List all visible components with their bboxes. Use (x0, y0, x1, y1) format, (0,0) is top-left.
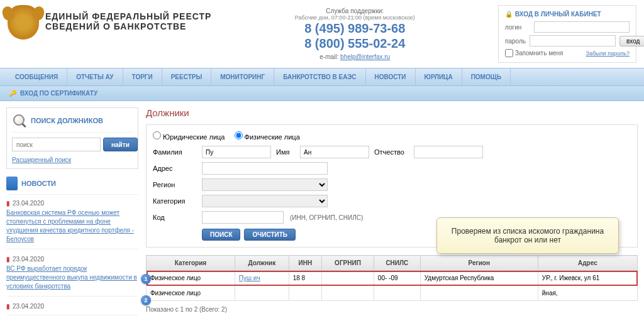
results-table: Категория Должник ИНН ОГРНИП СНИЛС Регио… (146, 255, 638, 301)
col-address[interactable]: Адрес (538, 256, 637, 271)
table-row: Физическое лицо Пуш ич 18 8 00- -09 Удму… (147, 271, 638, 286)
nav-news[interactable]: НОВОСТИ (366, 68, 416, 85)
login-box: 🔒 ВХОД В ЛИЧНЫЙ КАБИНЕТ логин пароль вхо… (498, 5, 636, 63)
cert-login-bar[interactable]: 🔑 ВХОД ПО СЕРТИФИКАТУ (0, 86, 644, 101)
code-label: Код (153, 214, 197, 221)
remember-label[interactable]: Запомнить меня (505, 49, 564, 57)
page-header: ЕДИНЫЙ ФЕДЕРАЛЬНЫЙ РЕЕСТР СВЕДЕНИЙ О БАН… (0, 0, 644, 68)
firstname-label: Имя (276, 148, 295, 156)
search-title: ПОИСК ДОЛЖНИКОВ (12, 113, 133, 133)
password-input[interactable] (530, 35, 616, 46)
site-title-2: СВЕДЕНИЙ О БАНКРОТСТВЕ (45, 21, 211, 31)
address-input[interactable] (202, 162, 328, 175)
site-title-1: ЕДИНЫЙ ФЕДЕРАЛЬНЫЙ РЕЕСТР (45, 11, 211, 21)
email-link[interactable]: bhelp@interfax.ru (340, 53, 390, 60)
row-badge-2: 2 (141, 295, 151, 305)
magnifier-icon (12, 113, 27, 128)
radio-person[interactable] (235, 131, 243, 139)
col-snils[interactable]: СНИЛС (374, 256, 420, 271)
news-item: ▮23.04.2020 ВС РФ выработает порядок пре… (6, 256, 138, 297)
search-button[interactable]: ПОИСК (202, 229, 240, 241)
lock-icon: 🔒 (505, 11, 513, 18)
logo-area: ЕДИНЫЙ ФЕДЕРАЛЬНЫЙ РЕЕСТР СВЕДЕНИЙ О БАН… (8, 5, 211, 63)
category-label: Категория (153, 197, 197, 205)
firstname-input[interactable] (300, 146, 369, 158)
address-label: Адрес (153, 165, 197, 172)
debtor-link[interactable]: Пуш ич (239, 275, 260, 281)
phone-2: 8 (800) 555-02-24 (211, 36, 498, 51)
region-label: Регион (153, 181, 197, 188)
col-inn[interactable]: ИНН (289, 256, 321, 271)
news-block: НОВОСТИ ▮23.04.2020 Банковская система Р… (6, 177, 138, 315)
nav-monitoring[interactable]: МОНИТОРИНГ (211, 68, 274, 85)
col-region[interactable]: Регион (420, 256, 538, 271)
annotation-callout: Проверяем из списка искомого гражданина … (436, 217, 619, 254)
page-title: Должники (146, 107, 638, 118)
row-badge-1: 1 (141, 274, 151, 284)
news-item: ▮23.04.2020 (6, 303, 138, 315)
table-row: Физическое лицо йная, (147, 286, 638, 301)
category-select[interactable] (202, 195, 328, 207)
code-hint: (ИНН, ОГРНИП, СНИЛС) (290, 214, 363, 221)
news-link[interactable]: ВС РФ выработает порядок преимущественно… (6, 264, 138, 291)
radio-legal[interactable] (153, 131, 161, 139)
news-title: НОВОСТИ (6, 177, 138, 195)
nav-eaeu[interactable]: БАНКРОТСТВО В ЕАЭС (274, 68, 365, 85)
support-label: Служба поддержки: (211, 8, 498, 14)
patronymic-label: Отчество (374, 148, 409, 156)
search-block: ПОИСК ДОЛЖНИКОВ найти Расширенный поиск (6, 107, 138, 169)
key-icon: 🔑 (9, 90, 16, 97)
phone-1: 8 (495) 989-73-68 (211, 21, 498, 36)
support-email: e-mail: bhelp@interfax.ru (211, 53, 498, 60)
forgot-password-link[interactable]: Забыли пароль? (586, 50, 630, 57)
login-input[interactable] (534, 21, 630, 33)
news-link[interactable]: Банковская система РФ осенью может столк… (6, 209, 138, 244)
nav-help[interactable]: ПОМОЩЬ (462, 68, 511, 85)
sidebar: ПОИСК ДОЛЖНИКОВ найти Расширенный поиск … (6, 107, 138, 316)
col-category[interactable]: Категория (147, 256, 235, 271)
col-ogrnip[interactable]: ОГРНИП (322, 256, 374, 271)
login-button[interactable]: вход (619, 36, 644, 46)
region-select[interactable] (202, 178, 328, 191)
nav-messages[interactable]: СООБЩЕНИЯ (6, 68, 67, 85)
pager-text: Показано с 1 по 2 (Всего: 2) (146, 306, 638, 313)
support-block: Служба поддержки: Рабочие дни, 07:00-21:… (211, 5, 498, 63)
content: ПОИСК ДОЛЖНИКОВ найти Расширенный поиск … (0, 101, 644, 316)
login-label: логин (505, 24, 530, 31)
clear-button[interactable]: ОЧИСТИТЬ (244, 229, 296, 241)
col-debtor[interactable]: Должник (235, 256, 289, 271)
nav-auctions[interactable]: ТОРГИ (123, 68, 162, 85)
remember-checkbox[interactable] (505, 49, 513, 57)
nav-legal[interactable]: ЮРЛИЦА (416, 68, 462, 85)
lastname-label: Фамилия (153, 148, 197, 156)
radio-legal-label[interactable]: Юридические лица (153, 133, 225, 141)
radio-person-label[interactable]: Физические лица (235, 133, 300, 141)
password-label: пароль (505, 38, 526, 45)
main-nav: СООБЩЕНИЯ ОТЧЕТЫ АУ ТОРГИ РЕЕСТРЫ МОНИТО… (0, 68, 644, 86)
debtor-search-button[interactable]: найти (103, 138, 138, 151)
nav-reports[interactable]: ОТЧЕТЫ АУ (67, 68, 123, 85)
login-title: 🔒 ВХОД В ЛИЧНЫЙ КАБИНЕТ (505, 11, 630, 18)
lastname-input[interactable] (202, 146, 271, 158)
main-area: Должники Юридические лица Физические лиц… (146, 107, 638, 316)
code-input[interactable] (202, 211, 284, 224)
nav-registries[interactable]: РЕЕСТРЫ (162, 68, 212, 85)
news-item: ▮23.04.2020 Банковская система РФ осенью… (6, 200, 138, 249)
document-icon (6, 177, 18, 190)
advanced-search-link[interactable]: Расширенный поиск (12, 156, 133, 163)
debtor-search-input[interactable] (12, 138, 101, 151)
emblem-icon (8, 5, 39, 40)
patronymic-input[interactable] (414, 146, 483, 158)
support-hours: Рабочие дни, 07:00-21:00 (время московск… (211, 14, 498, 21)
